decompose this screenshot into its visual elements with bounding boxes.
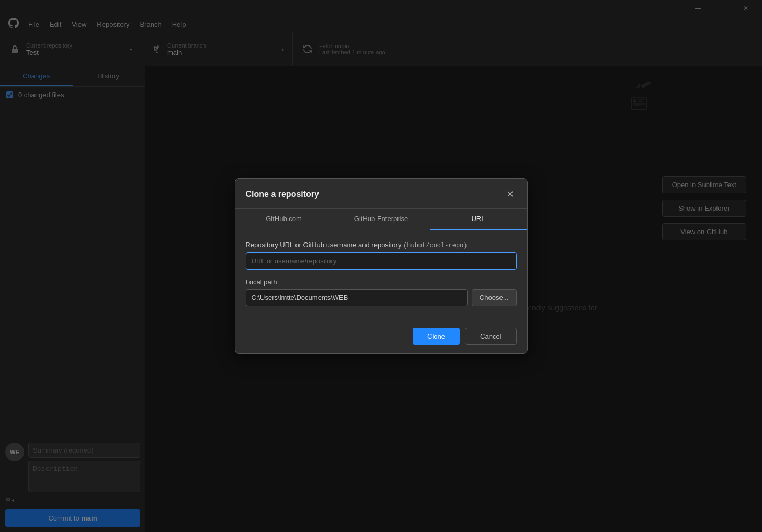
dialog-overlay: Clone a repository ✕ GitHub.com GitHub E… [0,0,762,532]
clone-button[interactable]: Clone [413,328,460,345]
dialog-tabs: GitHub.com GitHub Enterprise URL [235,209,527,230]
local-path-input[interactable] [246,289,468,306]
clone-dialog: Clone a repository ✕ GitHub.com GitHub E… [235,178,528,354]
dialog-tab-github[interactable]: GitHub.com [235,209,333,230]
dialog-footer: Clone Cancel [235,319,527,353]
choose-button[interactable]: Choose... [472,289,517,306]
url-field-hint: (hubot/cool-repo) [403,242,467,249]
dialog-body: Repository URL or GitHub username and re… [235,230,527,319]
url-input[interactable] [246,252,517,270]
local-path-label: Local path [246,278,517,286]
dialog-close-button[interactable]: ✕ [504,188,517,201]
dialog-title: Clone a repository [246,190,319,199]
dialog-tab-url[interactable]: URL [430,209,527,230]
cancel-button[interactable]: Cancel [465,328,516,345]
local-path-row: Choose... [246,289,517,306]
dialog-tab-enterprise[interactable]: GitHub Enterprise [333,209,430,230]
dialog-header: Clone a repository ✕ [235,179,527,209]
url-field-label: Repository URL or GitHub username and re… [246,241,517,249]
